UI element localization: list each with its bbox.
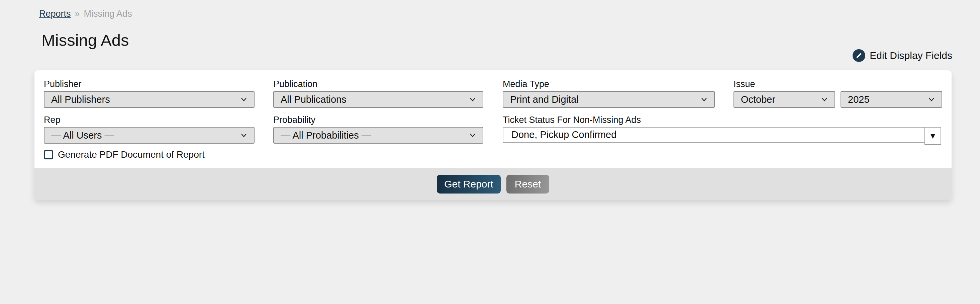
ticket-status-multiselect: Done, Pickup Confirmed ▼ xyxy=(503,127,976,145)
probability-select-value: — All Probabilities — xyxy=(281,130,371,141)
edit-display-fields-label: Edit Display Fields xyxy=(870,50,952,61)
publisher-select[interactable]: All Publishers xyxy=(44,91,255,108)
rep-select[interactable]: — All Users — xyxy=(44,127,255,144)
media-type-select[interactable]: Print and Digital xyxy=(503,91,715,108)
publication-select-value: All Publications xyxy=(281,94,347,105)
probability-label: Probability xyxy=(273,115,483,125)
chevron-down-icon xyxy=(820,95,829,104)
issue-label: Issue xyxy=(733,79,942,90)
ticket-status-value: Done, Pickup Confirmed xyxy=(511,129,616,140)
chevron-down-icon xyxy=(699,95,709,104)
issue-month-select[interactable]: October xyxy=(733,91,835,108)
breadcrumb-reports-link[interactable]: Reports xyxy=(39,9,71,19)
publisher-select-value: All Publishers xyxy=(51,94,110,105)
card-footer: Get Report Reset xyxy=(35,168,951,200)
page-title: Missing Ads xyxy=(41,30,129,50)
generate-pdf-label: Generate PDF Document of Report xyxy=(58,149,205,160)
probability-field: Probability — All Probabilities — xyxy=(273,115,483,144)
breadcrumb: Reports » Missing Ads xyxy=(39,9,132,19)
publication-field: Publication All Publications xyxy=(273,79,483,108)
issue-field: Issue October 2025 xyxy=(733,79,942,108)
rep-label: Rep xyxy=(44,115,255,125)
edit-display-fields-button[interactable]: Edit Display Fields xyxy=(853,48,952,63)
page: Reports » Missing Ads Missing Ads Edit D… xyxy=(0,0,980,304)
get-report-button[interactable]: Get Report xyxy=(437,175,501,194)
issue-year-value: 2025 xyxy=(848,94,870,105)
generate-pdf-checkbox[interactable] xyxy=(44,150,53,159)
rep-field: Rep — All Users — xyxy=(44,115,255,144)
publisher-field: Publisher All Publishers xyxy=(44,79,255,108)
reset-button[interactable]: Reset xyxy=(506,175,549,194)
generate-pdf-option[interactable]: Generate PDF Document of Report xyxy=(44,149,205,160)
chevron-down-icon xyxy=(468,131,477,140)
breadcrumb-separator: » xyxy=(75,9,80,19)
report-filter-card: Publisher All Publishers Publication All… xyxy=(35,70,951,200)
probability-select[interactable]: — All Probabilities — xyxy=(273,127,483,144)
media-type-label: Media Type xyxy=(503,79,715,90)
ticket-status-label: Ticket Status For Non-Missing Ads xyxy=(503,115,976,125)
pencil-icon xyxy=(853,49,865,62)
breadcrumb-current: Missing Ads xyxy=(84,9,132,19)
rep-select-value: — All Users — xyxy=(51,130,115,141)
publisher-label: Publisher xyxy=(44,79,255,90)
chevron-down-icon xyxy=(468,95,477,104)
media-type-select-value: Print and Digital xyxy=(510,94,579,105)
issue-month-value: October xyxy=(741,94,775,105)
chevron-down-icon xyxy=(927,95,936,104)
publication-label: Publication xyxy=(273,79,483,90)
ticket-status-dropdown-button[interactable]: ▼ xyxy=(924,127,941,145)
media-type-field: Media Type Print and Digital xyxy=(503,79,715,108)
issue-selects: October 2025 xyxy=(733,91,942,108)
chevron-down-icon xyxy=(239,131,248,140)
dropdown-arrow-icon: ▼ xyxy=(929,131,937,141)
issue-year-select[interactable]: 2025 xyxy=(840,91,942,108)
chevron-down-icon xyxy=(239,95,248,104)
ticket-status-field: Ticket Status For Non-Missing Ads Done, … xyxy=(503,115,976,145)
ticket-status-value-box[interactable]: Done, Pickup Confirmed xyxy=(503,127,925,142)
publication-select[interactable]: All Publications xyxy=(273,91,483,108)
